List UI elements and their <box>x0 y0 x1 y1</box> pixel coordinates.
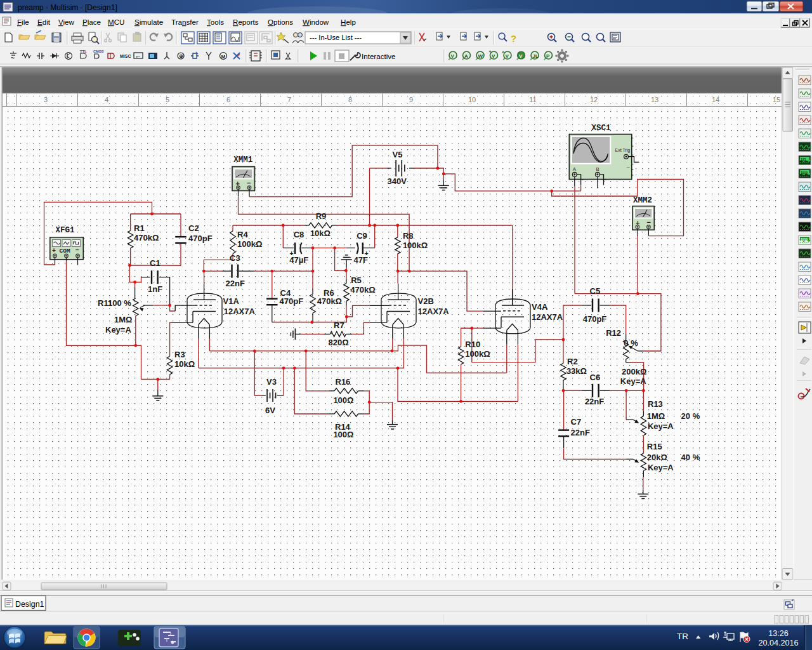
svg-text:47F: 47F <box>354 255 368 265</box>
svg-text:V: V <box>519 53 523 59</box>
svg-text:470kΩ: 470kΩ <box>317 296 342 306</box>
svg-text:V2B: V2B <box>418 296 434 306</box>
svg-text:3: 3 <box>44 96 48 103</box>
svg-text:?: ? <box>511 33 516 44</box>
svg-text:C8: C8 <box>294 230 304 239</box>
svg-text:1MΩ: 1MΩ <box>114 315 132 324</box>
svg-text:JL: JL <box>533 53 539 59</box>
svg-text:Ext Trig: Ext Trig <box>615 148 631 153</box>
svg-text:−: − <box>247 179 251 187</box>
svg-text:12AX7A: 12AX7A <box>532 312 563 322</box>
svg-text:_: _ <box>626 162 630 168</box>
svg-text:+: + <box>52 247 56 254</box>
svg-text:V5: V5 <box>393 150 403 159</box>
svg-text:Simulate: Simulate <box>134 18 163 26</box>
svg-text:R4: R4 <box>237 230 248 239</box>
svg-text:C3: C3 <box>230 253 240 263</box>
svg-text:11: 11 <box>529 96 536 103</box>
svg-text:7: 7 <box>287 96 291 103</box>
svg-text:C5: C5 <box>590 286 601 296</box>
svg-text:+: + <box>489 50 492 54</box>
svg-text:V: V <box>451 53 455 59</box>
svg-text:Key=A: Key=A <box>648 463 674 472</box>
svg-text:Window: Window <box>303 18 329 26</box>
svg-text:R16: R16 <box>336 377 351 387</box>
svg-text:B: B <box>596 166 599 172</box>
svg-text:15: 15 <box>773 96 780 103</box>
svg-text:Design1: Design1 <box>15 600 44 609</box>
svg-text:33kΩ: 33kΩ <box>566 366 587 376</box>
svg-text:A: A <box>464 53 468 59</box>
svg-text:A: A <box>502 50 505 54</box>
svg-text:Tools: Tools <box>207 18 224 26</box>
svg-text:MCU: MCU <box>108 18 124 26</box>
svg-text:W: W <box>478 53 483 59</box>
svg-text:V1A: V1A <box>223 296 240 306</box>
svg-text:13: 13 <box>651 96 658 103</box>
svg-text:340V: 340V <box>388 176 407 186</box>
svg-text:Key=A: Key=A <box>648 421 674 431</box>
svg-text:100kΩ: 100kΩ <box>403 241 428 250</box>
svg-text:R10: R10 <box>465 340 480 349</box>
svg-text:12AX7A: 12AX7A <box>418 307 450 316</box>
svg-text:12AX7A: 12AX7A <box>224 307 256 316</box>
svg-text:R9: R9 <box>316 211 327 221</box>
svg-text:R8: R8 <box>403 231 414 241</box>
svg-text:Interactive: Interactive <box>362 52 396 60</box>
svg-text:Options: Options <box>268 18 293 26</box>
svg-text:10kΩ: 10kΩ <box>310 229 331 238</box>
svg-text:8: 8 <box>348 96 352 103</box>
svg-text:22nF: 22nF <box>226 279 245 288</box>
svg-text:47µF: 47µF <box>289 255 308 265</box>
svg-text:XMM1: XMM1 <box>233 156 252 164</box>
svg-text:COM: COM <box>60 248 70 255</box>
svg-text:470kΩ: 470kΩ <box>134 233 159 242</box>
svg-text:XFG1: XFG1 <box>56 226 75 235</box>
svg-text:1MΩ: 1MΩ <box>647 411 665 421</box>
svg-text:Help: Help <box>341 18 356 26</box>
svg-text:470pF: 470pF <box>583 314 607 324</box>
svg-text:100Ω: 100Ω <box>333 395 353 405</box>
svg-text:14: 14 <box>712 96 719 103</box>
svg-text:10: 10 <box>468 96 476 103</box>
svg-text:C7: C7 <box>571 417 582 427</box>
svg-text:XMM2: XMM2 <box>633 196 652 205</box>
svg-text:20kΩ: 20kΩ <box>647 453 667 462</box>
svg-text:1010: 1010 <box>801 171 808 175</box>
svg-text:R1: R1 <box>134 223 145 233</box>
svg-text:470pF: 470pF <box>280 296 304 306</box>
svg-text:V4A: V4A <box>532 302 548 312</box>
svg-text:MISC: MISC <box>120 54 131 58</box>
svg-text:−: − <box>75 246 79 253</box>
svg-text:M: M <box>221 54 226 60</box>
svg-text:XSC1: XSC1 <box>591 124 610 133</box>
svg-text:4: 4 <box>105 96 108 103</box>
svg-text:1nF: 1nF <box>148 284 162 294</box>
svg-text:Reports: Reports <box>233 18 259 26</box>
svg-text:~: ~ <box>11 55 15 62</box>
svg-text:Key=A: Key=A <box>620 376 646 386</box>
svg-text:+−: +− <box>136 55 141 58</box>
svg-text:5: 5 <box>166 96 169 103</box>
svg-text:⊕: ⊕ <box>179 53 183 59</box>
svg-text:100kΩ: 100kΩ <box>237 239 262 249</box>
svg-text:0 %: 0 % <box>624 338 638 348</box>
svg-text:10kΩ: 10kΩ <box>174 359 195 369</box>
svg-text:R7: R7 <box>334 321 344 330</box>
svg-text:C9: C9 <box>357 231 367 241</box>
svg-text:File: File <box>17 18 29 26</box>
svg-text:C6: C6 <box>590 373 601 382</box>
svg-text:100kΩ: 100kΩ <box>465 349 490 359</box>
svg-text:C1: C1 <box>150 258 160 268</box>
svg-text:R5: R5 <box>351 275 362 285</box>
svg-text:C2: C2 <box>188 223 199 233</box>
svg-text:CMOS: CMOS <box>93 50 104 53</box>
svg-text:Place: Place <box>82 18 101 26</box>
svg-text:A: A <box>573 166 576 172</box>
svg-text:123: 123 <box>801 157 806 161</box>
svg-text:R3: R3 <box>174 350 185 359</box>
svg-text:preamp - Multisim - [Design1]: preamp - Multisim - [Design1] <box>18 3 117 12</box>
svg-text:V: V <box>506 53 509 59</box>
svg-text:820Ω: 820Ω <box>329 338 349 347</box>
svg-text:Key=A: Key=A <box>105 325 131 335</box>
